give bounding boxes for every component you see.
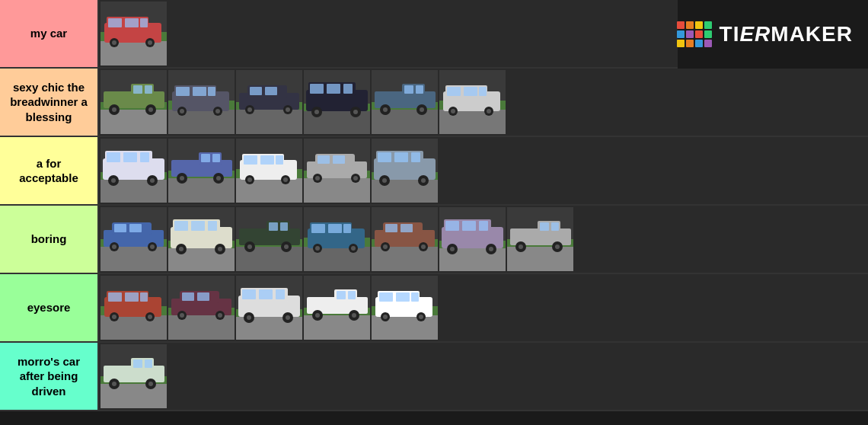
svg-point-260 [112, 382, 116, 386]
car-item[interactable] [507, 207, 573, 271]
svg-rect-206 [140, 292, 148, 302]
svg-point-113 [315, 176, 320, 181]
svg-rect-90 [212, 154, 220, 162]
tier-items-morros [99, 343, 868, 410]
svg-rect-183 [445, 221, 459, 231]
car-item[interactable] [372, 139, 438, 203]
car-item[interactable] [168, 207, 235, 271]
svg-point-176 [383, 244, 388, 249]
car-item[interactable] [101, 207, 167, 271]
svg-rect-68 [464, 87, 477, 96]
svg-point-241 [352, 313, 356, 318]
svg-point-105 [283, 177, 288, 182]
logo-cell [686, 40, 694, 47]
svg-rect-48 [343, 84, 353, 94]
svg-point-262 [148, 382, 153, 386]
svg-point-62 [420, 107, 424, 112]
car-item[interactable] [236, 276, 302, 340]
svg-point-60 [383, 107, 388, 112]
svg-point-73 [487, 109, 491, 113]
car-item[interactable] [304, 139, 370, 203]
svg-point-252 [419, 315, 423, 319]
main-container: TiERMAKER my car sexy chic the breadwinn… [0, 0, 868, 425]
svg-point-239 [315, 313, 320, 318]
svg-rect-164 [343, 224, 351, 233]
svg-point-94 [216, 176, 221, 181]
svg-rect-47 [327, 84, 340, 94]
svg-rect-248 [411, 292, 419, 302]
logo-cell [677, 30, 685, 38]
svg-rect-78 [107, 152, 120, 162]
logo-cell [695, 30, 703, 38]
svg-rect-131 [114, 224, 126, 232]
car-item[interactable] [101, 276, 167, 340]
svg-point-136 [150, 244, 155, 249]
logo-cell [704, 30, 712, 38]
car-item[interactable] [372, 70, 438, 134]
car-item[interactable] [304, 207, 370, 271]
svg-rect-141 [174, 221, 188, 231]
svg-point-218 [180, 313, 184, 318]
car-item[interactable] [236, 207, 302, 271]
car-item[interactable] [304, 276, 370, 340]
svg-rect-27 [208, 87, 215, 96]
car-item[interactable] [101, 70, 167, 134]
svg-rect-143 [208, 221, 217, 231]
car-item[interactable] [236, 139, 302, 203]
svg-point-231 [286, 315, 290, 320]
svg-rect-205 [125, 292, 139, 302]
svg-point-8 [112, 40, 116, 45]
svg-point-126 [421, 178, 426, 183]
car-item[interactable] [168, 70, 235, 134]
car-item[interactable] [101, 139, 167, 203]
svg-point-187 [450, 247, 455, 251]
svg-point-52 [353, 110, 358, 114]
car-item[interactable] [439, 70, 506, 134]
svg-rect-194 [540, 222, 549, 231]
car-item[interactable] [304, 70, 370, 134]
svg-rect-204 [108, 292, 122, 302]
svg-rect-225 [242, 289, 256, 299]
svg-rect-57 [404, 85, 413, 94]
svg-point-145 [179, 247, 183, 251]
svg-point-92 [180, 176, 184, 181]
car-item[interactable] [168, 139, 235, 203]
svg-rect-173 [385, 224, 397, 232]
svg-point-115 [353, 176, 358, 181]
svg-rect-80 [140, 152, 149, 162]
logo-text: TiERMAKER [720, 22, 853, 46]
tier-items-boring [99, 206, 868, 273]
car-item[interactable] [101, 344, 167, 408]
svg-point-155 [247, 244, 252, 249]
car-item[interactable] [372, 276, 438, 340]
svg-point-166 [315, 246, 320, 251]
car-item[interactable] [372, 207, 438, 271]
svg-rect-185 [479, 221, 488, 231]
tier-row-eyesore: eyesore [0, 274, 868, 343]
svg-point-82 [111, 178, 116, 183]
svg-point-124 [382, 178, 387, 183]
svg-rect-5 [125, 18, 139, 27]
svg-point-41 [286, 107, 290, 112]
svg-rect-195 [551, 222, 559, 231]
svg-point-29 [180, 109, 184, 113]
car-item[interactable] [101, 2, 167, 66]
svg-rect-152 [269, 222, 278, 231]
svg-rect-79 [123, 152, 137, 162]
svg-point-39 [247, 107, 252, 112]
svg-point-10 [148, 40, 152, 45]
car-item[interactable] [439, 207, 506, 271]
svg-rect-121 [394, 152, 408, 162]
svg-rect-67 [447, 87, 461, 96]
svg-rect-163 [328, 224, 342, 233]
car-item[interactable] [168, 276, 235, 340]
car-item[interactable] [236, 70, 302, 134]
svg-rect-36 [250, 87, 262, 95]
svg-rect-237 [348, 291, 356, 299]
tier-items-sexy [99, 69, 868, 136]
tier-label-sexy: sexy chic the breadwinner a blessing [0, 69, 99, 136]
svg-rect-153 [280, 222, 288, 231]
svg-rect-246 [379, 292, 393, 302]
svg-rect-216 [197, 292, 209, 301]
svg-point-103 [247, 177, 252, 182]
